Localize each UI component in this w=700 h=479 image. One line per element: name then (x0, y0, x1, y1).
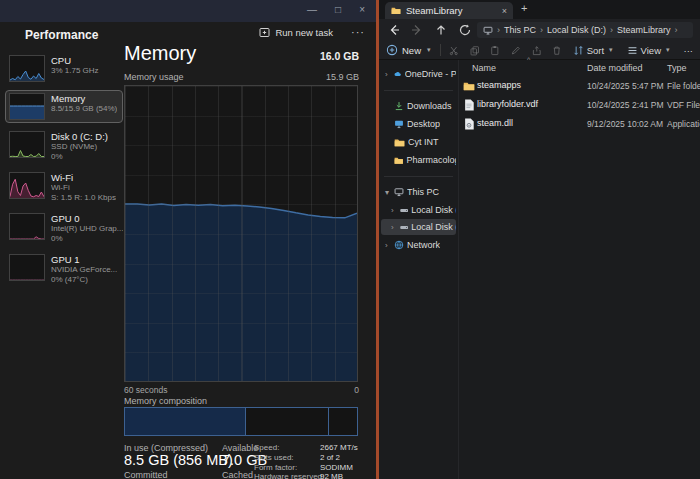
sidebar-separator (384, 176, 453, 177)
hardware-reserved-label: Hardware reserved: (254, 472, 324, 479)
sidebar-separator (384, 90, 453, 91)
perf-card-wifi[interactable]: Wi-Fi Wi-Fi S: 1.5 R: 1.0 Kbps (5, 169, 123, 205)
forward-icon[interactable] (410, 23, 424, 37)
minimize-button[interactable]: — (307, 3, 317, 17)
explorer-tab-bar[interactable]: SteamLibrary × + (379, 0, 700, 19)
delete-icon[interactable] (552, 44, 562, 57)
memory-usage-max: 15.9 GB (326, 72, 359, 82)
back-icon[interactable] (387, 23, 401, 37)
file-name: libraryfolder.vdf (477, 99, 538, 109)
sort-icon (573, 45, 584, 56)
memory-total-value: 16.0 GB (320, 50, 359, 62)
desktop-icon (394, 119, 404, 129)
drive-icon (400, 207, 408, 214)
paste-icon[interactable] (490, 44, 500, 57)
breadcrumb-this-pc[interactable]: This PC (504, 25, 536, 35)
cut-icon[interactable] (449, 44, 459, 57)
maximize-button[interactable]: □ (335, 3, 341, 17)
sidebar-item-label: Cyt INT (408, 137, 439, 147)
run-new-task-label: Run new task (275, 27, 333, 38)
folder-icon (394, 156, 403, 165)
sidebar-item-label: This PC (407, 187, 439, 197)
sidebar-item-desktop[interactable]: Desktop (381, 116, 456, 132)
sidebar-item-cyt-int[interactable]: Cyt INT (381, 134, 456, 150)
downloads-icon (394, 101, 404, 111)
card-detail: NVIDIA GeForce... (51, 265, 117, 275)
share-icon[interactable] (532, 44, 542, 57)
gpu1-mini-graph (9, 254, 45, 281)
close-button[interactable]: × (359, 3, 365, 17)
composition-segment (125, 408, 246, 435)
memory-usage-graph (124, 85, 358, 382)
file-row-steamapps[interactable]: steamapps 10/24/2025 5:47 PM File folder (459, 78, 700, 95)
perf-card-gpu1[interactable]: GPU 1 NVIDIA GeForce... 0% (47°C) (5, 251, 123, 287)
memory-panel-title: Memory (124, 42, 196, 65)
sidebar-item-onedrive[interactable]: › OneDrive - Persona (381, 66, 456, 82)
column-header-name[interactable]: Name (472, 63, 496, 73)
page-title: Performance (25, 28, 98, 42)
column-header-date-modified[interactable]: Date modified (587, 63, 643, 73)
sidebar-item-pharmacology[interactable]: Pharmacology (381, 152, 456, 168)
memory-composition-bar (124, 407, 358, 436)
file-row-libraryfolder-vdf[interactable]: libraryfolder.vdf 10/24/2025 2:41 PM VDF… (459, 97, 700, 114)
sort-button[interactable]: Sort ▾ (573, 45, 613, 56)
perf-card-gpu0[interactable]: GPU 0 Intel(R) UHD Grap... 0% (5, 210, 123, 246)
explorer-tab-steamlibrary[interactable]: SteamLibrary × (385, 2, 513, 19)
new-plus-icon (386, 44, 398, 56)
card-detail: S: 1.5 R: 1.0 Kbps (51, 193, 116, 203)
address-bar[interactable]: › This PC › Local Disk (D:) › SteamLibra… (477, 22, 693, 38)
file-name: steamapps (477, 80, 521, 90)
file-date: 10/24/2025 2:41 PM (587, 100, 664, 110)
file-date: 9/12/2025 10:02 AM (587, 119, 663, 129)
perf-card-memory[interactable]: Memory 8.5/15.9 GB (54%) (5, 90, 123, 123)
breadcrumb-local-disk-d[interactable]: Local Disk (D:) (547, 25, 606, 35)
new-button[interactable]: New ▾ (386, 44, 431, 56)
file-name: steam.dll (477, 118, 513, 128)
sidebar-item-local-disk-c[interactable]: › Local Disk (C:) (381, 202, 456, 218)
breadcrumb-steamlibrary[interactable]: SteamLibrary (617, 25, 671, 35)
new-tab-button[interactable]: + (521, 2, 527, 14)
view-icon (627, 45, 638, 56)
cached-label: Cached (222, 470, 253, 479)
perf-card-disk[interactable]: Disk 0 (C: D:) SSD (NVMe) 0% (5, 128, 123, 164)
file-row-steam-dll[interactable]: steam.dll 9/12/2025 10:02 AM Application… (459, 116, 700, 133)
speed-value: 2667 MT/s (320, 443, 358, 452)
card-detail: 8.5/15.9 GB (54%) (51, 104, 117, 114)
chevron-right-icon[interactable]: › (385, 241, 391, 250)
task-manager-titlebar[interactable]: — □ × (0, 0, 377, 22)
see-more-button[interactable]: ··· (684, 45, 694, 56)
up-icon[interactable] (434, 23, 448, 37)
folder-icon (391, 6, 401, 15)
refresh-icon[interactable] (458, 23, 472, 37)
sidebar-item-local-disk-d[interactable]: › Local Disk (D:) (381, 219, 456, 235)
card-title: Wi-Fi (51, 172, 116, 183)
run-new-task-button[interactable]: Run new task (259, 27, 333, 38)
composition-segment (329, 408, 357, 435)
memory-composition-label: Memory composition (124, 396, 207, 406)
chevron-right-icon[interactable]: › (385, 70, 391, 79)
folder-icon (394, 138, 405, 147)
performance-sidebar: CPU 3% 1.75 GHz Memory 8.5/15.9 GB (54%)… (5, 52, 123, 287)
chevron-right-icon: › (610, 25, 613, 35)
rename-icon[interactable] (511, 44, 521, 57)
sidebar-item-downloads[interactable]: Downloads (381, 98, 456, 114)
file-type: File folder (667, 81, 700, 91)
chevron-right-icon[interactable]: › (391, 223, 397, 232)
copy-icon[interactable] (470, 44, 480, 57)
column-header-type[interactable]: Type (667, 63, 687, 73)
location-pc-icon (483, 26, 493, 35)
screen: { "glyphs": { "minimize": "—", "maximize… (0, 0, 700, 479)
file-type: Application extension (667, 119, 700, 129)
committed-label: Committed (124, 470, 168, 479)
tab-close-icon[interactable]: × (502, 6, 507, 16)
card-detail: Wi-Fi (51, 183, 116, 193)
card-title: GPU 1 (51, 254, 117, 265)
more-options-button[interactable]: ··· (351, 26, 365, 38)
sidebar-item-this-pc[interactable]: ▾ This PC (381, 184, 456, 200)
view-button[interactable]: View ▾ (627, 45, 670, 56)
chevron-down-icon[interactable]: ▾ (385, 188, 391, 197)
chevron-right-icon[interactable]: › (391, 206, 397, 215)
form-factor-label: Form factor: (254, 463, 297, 472)
sidebar-item-network[interactable]: › Network (381, 237, 456, 253)
perf-card-cpu[interactable]: CPU 3% 1.75 GHz (5, 52, 123, 85)
